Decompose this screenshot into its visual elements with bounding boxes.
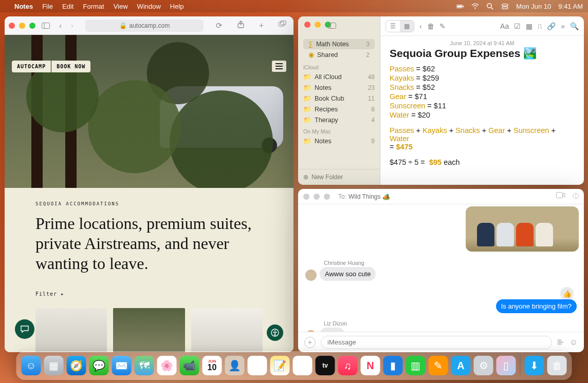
reload-button[interactable]: ⟳ bbox=[213, 21, 226, 30]
dock-app-freeform[interactable]: 〰 bbox=[293, 356, 313, 375]
dock-app-iphone-mirroring[interactable]: ▯ bbox=[497, 356, 516, 375]
message-input[interactable] bbox=[321, 336, 552, 349]
menu-date[interactable]: Mon Jun 10 bbox=[516, 3, 551, 10]
menu-file[interactable]: File bbox=[42, 3, 53, 10]
table-button[interactable]: ▦ bbox=[526, 22, 532, 30]
apps-button[interactable]: ＋ bbox=[304, 337, 316, 348]
dock-app-news[interactable]: N bbox=[361, 356, 380, 375]
control-center-icon[interactable] bbox=[501, 3, 509, 10]
media-button[interactable]: ⎍ bbox=[538, 22, 542, 30]
minimize-button[interactable] bbox=[315, 22, 321, 28]
dock-trash[interactable]: 🗑 bbox=[547, 356, 567, 375]
sidebar-item-therapy[interactable]: 📁Therapy4 bbox=[298, 114, 380, 125]
sidebar-item-recipes[interactable]: 📁Recipes8 bbox=[298, 104, 380, 114]
zoom-button[interactable] bbox=[29, 23, 35, 29]
avatar[interactable] bbox=[305, 270, 317, 281]
dock-app-reminders[interactable]: ☰ bbox=[248, 356, 267, 375]
card-exterior[interactable] bbox=[113, 308, 185, 352]
battery-icon[interactable] bbox=[456, 3, 464, 10]
dock-app-numbers[interactable]: ▥ bbox=[406, 356, 426, 375]
card-bedroom[interactable] bbox=[191, 308, 263, 352]
site-logo[interactable]: AUTOCAMP BOOK NOW bbox=[12, 61, 90, 72]
address-bar[interactable]: 🔒 autocamp.com bbox=[85, 20, 204, 32]
sidebar-item-notes[interactable]: 📁Notes23 bbox=[298, 82, 380, 93]
spotlight-icon[interactable] bbox=[486, 3, 494, 10]
dock-app-system-settings[interactable]: ⚙ bbox=[474, 356, 493, 375]
dock-app-music[interactable]: ♫ bbox=[338, 356, 358, 375]
menu-time[interactable]: 9:41 AM bbox=[558, 3, 583, 10]
sidebar-item-all-icloud[interactable]: 📁All iCloud48 bbox=[298, 71, 380, 82]
link-button[interactable]: 🔗 bbox=[547, 22, 556, 30]
facetime-video-button[interactable] bbox=[556, 192, 565, 201]
dock-app-photos[interactable]: 🌸 bbox=[157, 356, 177, 375]
view-mode-toggle[interactable]: ☰ ▦ bbox=[385, 20, 414, 32]
new-folder-button[interactable]: ⊕ New Folder bbox=[298, 169, 380, 185]
compose-button[interactable]: ✎ bbox=[439, 22, 446, 30]
minimize-button[interactable] bbox=[19, 23, 25, 29]
chat-widget-button[interactable] bbox=[15, 319, 34, 339]
site-menu-button[interactable] bbox=[272, 61, 286, 72]
book-now-button[interactable]: BOOK NOW bbox=[51, 61, 90, 72]
dock-app-pages[interactable]: ✎ bbox=[429, 356, 448, 375]
menu-view[interactable]: View bbox=[114, 3, 128, 10]
dock-app-maps[interactable]: 🗺 bbox=[135, 356, 154, 375]
app-menu[interactable]: Notes bbox=[14, 3, 33, 10]
back-button[interactable]: ‹ bbox=[56, 21, 65, 30]
forward-button[interactable]: › bbox=[68, 21, 77, 30]
dock-app-safari[interactable]: 🧭 bbox=[67, 356, 86, 375]
close-button[interactable] bbox=[304, 22, 310, 28]
gallery-view-icon[interactable]: ▦ bbox=[400, 21, 414, 32]
close-button[interactable] bbox=[9, 23, 15, 29]
dock-app-tv[interactable]: tv bbox=[316, 356, 335, 375]
filter-button[interactable]: Filter ▸ bbox=[35, 291, 263, 297]
message-bubble-outgoing[interactable]: Is anyone bringing film? bbox=[496, 299, 577, 313]
delete-button[interactable]: 🗑 bbox=[427, 22, 434, 30]
format-button[interactable]: Aa bbox=[500, 22, 509, 30]
menu-help[interactable]: Help bbox=[170, 3, 184, 10]
dock-app-mail[interactable]: ✉️ bbox=[112, 356, 132, 375]
tapback-thumbs-up[interactable]: 👍 bbox=[560, 287, 574, 300]
accessibility-widget-button[interactable] bbox=[267, 324, 283, 341]
sidebar-item-math-notes[interactable]: ∑Math Notes 3 bbox=[303, 39, 375, 49]
sidebar-toggle-icon[interactable] bbox=[328, 23, 336, 29]
dock-app-notes[interactable]: 📝 bbox=[270, 356, 290, 375]
dock-app-messages[interactable]: 💬 bbox=[89, 356, 109, 375]
sidebar-item-local-notes[interactable]: 📁Notes9 bbox=[298, 136, 380, 146]
card-interior[interactable] bbox=[35, 308, 107, 352]
dock-app-app-store[interactable]: A bbox=[451, 356, 471, 375]
minimize-button[interactable] bbox=[314, 194, 320, 200]
section-on-my-mac[interactable]: On My Mac bbox=[298, 125, 380, 136]
dock-app-calendar[interactable]: JUN10 bbox=[203, 356, 222, 375]
search-button[interactable]: 🔍 bbox=[570, 22, 579, 30]
dictation-button[interactable]: ⊪ bbox=[557, 337, 564, 347]
dock-app-facetime[interactable]: 📹 bbox=[180, 356, 199, 375]
menu-format[interactable]: Format bbox=[83, 3, 104, 10]
menu-window[interactable]: Window bbox=[137, 3, 161, 10]
list-view-icon[interactable]: ☰ bbox=[386, 21, 400, 32]
emoji-button[interactable]: ☺ bbox=[569, 338, 578, 347]
shared-photo[interactable] bbox=[466, 206, 579, 252]
menu-edit[interactable]: Edit bbox=[62, 3, 74, 10]
sidebar-item-shared[interactable]: ◉Shared 2 bbox=[303, 49, 375, 60]
more-button[interactable]: » bbox=[561, 22, 565, 30]
avatar[interactable] bbox=[305, 330, 317, 332]
section-icloud[interactable]: iCloud bbox=[298, 61, 380, 71]
sidebar-item-book-club[interactable]: 📁Book Club11 bbox=[298, 93, 380, 104]
new-tab-button[interactable]: ＋ bbox=[254, 21, 268, 30]
tabs-button[interactable] bbox=[275, 21, 289, 30]
close-button[interactable] bbox=[303, 194, 309, 200]
dock-app-launchpad[interactable]: ▦ bbox=[44, 356, 64, 375]
wifi-icon[interactable] bbox=[471, 3, 479, 10]
back-button[interactable]: ‹ bbox=[419, 22, 422, 30]
zoom-button[interactable] bbox=[324, 194, 330, 200]
dock-app-finder[interactable]: ☺ bbox=[22, 356, 41, 375]
message-bubble-incoming[interactable]: Awww soo cute bbox=[320, 267, 376, 281]
message-bubble-incoming[interactable]: I am! bbox=[320, 328, 345, 332]
share-button[interactable] bbox=[234, 21, 247, 30]
note-body[interactable]: Sequoia Group Expenses 🏞️ Passes = $62 K… bbox=[380, 47, 584, 167]
details-button[interactable]: ⓘ bbox=[573, 192, 579, 201]
dock-app-contacts[interactable]: 👤 bbox=[225, 356, 245, 375]
dock-stack-downloads[interactable]: ⬇ bbox=[525, 356, 544, 375]
conversation-name[interactable]: Wild Things 🏕️ bbox=[348, 193, 390, 200]
messages-transcript[interactable]: Christine Huang Awww soo cute 👍 Is anyon… bbox=[298, 204, 584, 332]
